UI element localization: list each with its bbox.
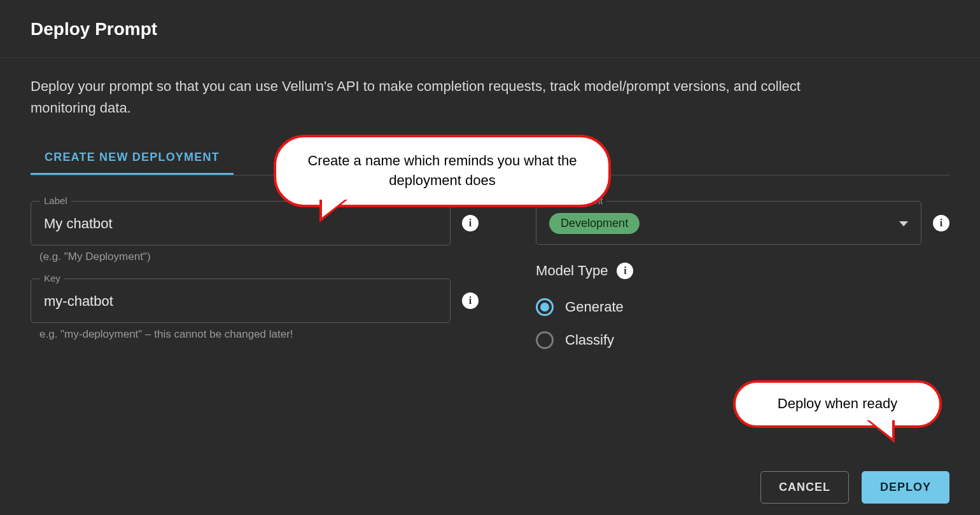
left-column: Label i (e.g. "My Deployment") Key i e.g… [31,201,479,357]
annotation-deploy-hint: Deploy when ready [733,380,942,428]
model-type-label: Model Type [536,263,608,279]
radio-icon [536,331,554,349]
form-area: Label i (e.g. "My Deployment") Key i e.g… [31,201,949,357]
dialog-footer: CANCEL DEPLOY [760,471,949,504]
radio-classify-label: Classify [565,332,614,348]
label-input[interactable] [31,202,450,245]
tab-create-new-deployment[interactable]: CREATE NEW DEPLOYMENT [31,142,234,175]
label-field-row: Label i [31,201,479,245]
dialog-body: Deploy your prompt so that you can use V… [0,58,980,357]
key-input[interactable] [31,279,450,322]
info-icon[interactable]: i [462,292,479,309]
radio-generate[interactable]: Generate [536,291,949,324]
key-helper: e.g. "my-deployment" – this cannot be ch… [39,328,479,341]
key-field: Key [31,278,451,323]
label-field-label: Label [40,195,71,206]
info-icon[interactable]: i [462,215,479,231]
radio-icon [536,298,554,316]
environment-pill: Development [549,213,640,234]
deploy-prompt-dialog: Deploy Prompt Deploy your prompt so that… [0,0,980,515]
cancel-button[interactable]: CANCEL [760,471,849,504]
key-field-row: Key i [31,278,479,323]
dialog-header: Deploy Prompt [0,0,980,58]
label-helper: (e.g. "My Deployment") [39,251,479,263]
environment-select[interactable]: Environment Development [536,201,921,245]
right-column: Environment Development i Model Type i G… [536,201,949,357]
dialog-description: Deploy your prompt so that you can use V… [31,76,826,119]
deploy-button[interactable]: DEPLOY [862,471,949,504]
key-field-label: Key [40,273,64,284]
annotation-name-hint: Create a name which reminds you what the… [274,135,611,207]
model-type-header: Model Type i [536,263,949,279]
dialog-title: Deploy Prompt [31,19,949,39]
radio-classify[interactable]: Classify [536,324,949,357]
label-field: Label [31,201,451,245]
info-icon[interactable]: i [933,215,949,231]
environment-row: Environment Development i [536,201,949,245]
chevron-down-icon [899,221,908,226]
info-icon[interactable]: i [617,263,633,279]
radio-generate-label: Generate [565,299,624,315]
